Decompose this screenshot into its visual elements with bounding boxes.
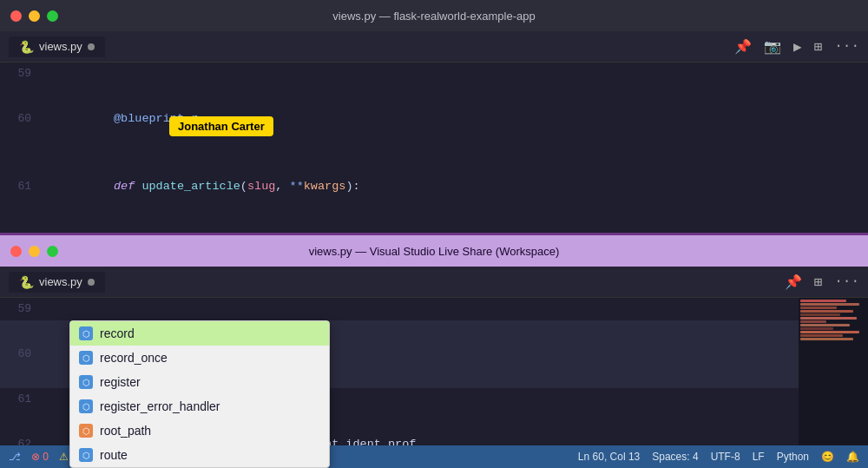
broadcast-icon[interactable]: 📷 bbox=[764, 38, 781, 56]
line-num-60: 60 bbox=[0, 108, 43, 130]
top-editor-window: views.py — flask-realworld-example-app 🐍… bbox=[0, 0, 868, 233]
bottom-tab-modified-dot bbox=[88, 279, 95, 286]
bottom-line-num-60: 60 bbox=[0, 343, 43, 366]
ac-item-record[interactable]: ⬡ record bbox=[70, 321, 329, 346]
bell-icon[interactable]: 🔔 bbox=[846, 451, 859, 463]
maximize-button-bottom[interactable] bbox=[47, 246, 58, 257]
error-count[interactable]: ⊗ 0 bbox=[31, 451, 49, 463]
minimap-line bbox=[800, 317, 857, 320]
top-tab-views-py[interactable]: 🐍 views.py bbox=[9, 36, 105, 57]
ac-icon-record-once: ⬡ bbox=[79, 351, 93, 365]
status-left: ⎇ ⊗ 0 ⚠ 1 bbox=[9, 451, 77, 463]
minimap-line bbox=[800, 331, 859, 333]
code-line-59: 59 bbox=[0, 63, 868, 85]
ac-item-register-error-handler[interactable]: ⬡ register_error_handler bbox=[70, 394, 329, 419]
code-line-60: 60 @blueprint.r bbox=[0, 85, 868, 153]
git-branch-icon: ⎇ bbox=[9, 451, 21, 463]
ac-label-root-path: root_path bbox=[100, 424, 151, 438]
split-icon-bottom[interactable]: ⊞ bbox=[814, 274, 823, 291]
minimap-line bbox=[800, 320, 826, 323]
cursor-position[interactable]: Ln 60, Col 13 bbox=[578, 451, 640, 463]
code-line-61: 61 def update_article(slug, **kwargs): bbox=[0, 153, 868, 221]
eol-type[interactable]: LF bbox=[753, 451, 765, 463]
line-content-61: def update_article(slug, **kwargs): bbox=[43, 153, 360, 221]
minimap-line bbox=[800, 307, 837, 309]
python-file-icon-bottom: 🐍 bbox=[19, 275, 34, 289]
ac-label-record-once: record_once bbox=[100, 351, 168, 365]
bottom-code-area: 59 60 @blueprint.r| 61 62 bbox=[0, 298, 868, 448]
autocomplete-dropdown: ⬡ record ⬡ record_once ⬡ register ⬡ regi… bbox=[69, 320, 330, 448]
ac-item-route[interactable]: ⬡ route bbox=[70, 443, 329, 448]
more-icon[interactable]: ··· bbox=[834, 38, 859, 56]
minimap-line bbox=[800, 300, 846, 302]
python-file-icon: 🐍 bbox=[19, 40, 34, 54]
bottom-line-num-59: 59 bbox=[0, 298, 43, 320]
minimap-content bbox=[799, 298, 868, 343]
ac-icon-root-path: ⬡ bbox=[79, 424, 93, 438]
language-mode[interactable]: Python bbox=[777, 451, 809, 463]
ac-label-record: record bbox=[100, 326, 135, 340]
user-tooltip: Jonathan Carter bbox=[169, 116, 273, 136]
top-tab-label: views.py bbox=[39, 40, 82, 53]
bottom-code-editor[interactable]: 59 60 @blueprint.r| 61 62 bbox=[0, 298, 799, 448]
bottom-tab-bar: 🐍 views.py 📌 ⊞ ··· bbox=[0, 267, 868, 298]
bottom-window-title: views.py — Visual Studio Live Share (Wor… bbox=[309, 245, 560, 258]
ac-item-root-path[interactable]: ⬡ root_path bbox=[70, 419, 329, 443]
line-num-61: 61 bbox=[0, 175, 43, 198]
ac-icon-register: ⬡ bbox=[79, 375, 93, 389]
bottom-title-bar: views.py — Visual Studio Live Share (Wor… bbox=[0, 235, 868, 267]
ac-item-register[interactable]: ⬡ register bbox=[70, 370, 329, 394]
top-tab-modified-dot bbox=[88, 43, 95, 50]
top-window-title: views.py — flask-realworld-example-app bbox=[332, 10, 535, 23]
top-toolbar-right: 📌 📷 ▶ ⊞ ··· bbox=[734, 38, 859, 56]
close-button-top[interactable] bbox=[10, 10, 22, 22]
minimap-line bbox=[800, 338, 853, 340]
status-right: Ln 60, Col 13 Spaces: 4 UTF-8 LF Python … bbox=[578, 451, 859, 463]
minimize-button-bottom[interactable] bbox=[29, 246, 40, 257]
bottom-toolbar-right: 📌 ⊞ ··· bbox=[785, 274, 859, 291]
minimap-line bbox=[800, 327, 833, 330]
minimap-line bbox=[800, 303, 859, 306]
play-icon[interactable]: ▶ bbox=[793, 38, 802, 56]
maximize-button-top[interactable] bbox=[47, 10, 58, 22]
minimap-line bbox=[800, 334, 843, 337]
pin-icon[interactable]: 📌 bbox=[734, 38, 752, 56]
bottom-editor-window: views.py — Visual Studio Live Share (Wor… bbox=[0, 233, 868, 468]
top-tab-bar: 🐍 views.py 📌 📷 ▶ ⊞ ··· bbox=[0, 31, 868, 63]
window-controls-top bbox=[10, 10, 58, 22]
minimap-line bbox=[800, 313, 840, 316]
encoding[interactable]: UTF-8 bbox=[711, 451, 740, 463]
indent-spaces[interactable]: Spaces: 4 bbox=[652, 451, 698, 463]
split-icon[interactable]: ⊞ bbox=[814, 38, 823, 56]
close-button-bottom[interactable] bbox=[10, 246, 22, 257]
ac-label-register-error-handler: register_error_handler bbox=[100, 399, 220, 413]
ac-icon-record: ⬡ bbox=[79, 326, 93, 340]
ac-item-record-once[interactable]: ⬡ record_once bbox=[70, 346, 329, 370]
top-title-bar: views.py — flask-realworld-example-app bbox=[0, 0, 868, 31]
bottom-line-num-61: 61 bbox=[0, 388, 43, 411]
minimap-line bbox=[800, 324, 850, 326]
ac-label-register: register bbox=[100, 375, 141, 389]
bottom-tab-views-py[interactable]: 🐍 views.py bbox=[9, 272, 105, 293]
bottom-tab-label: views.py bbox=[39, 275, 82, 288]
ac-icon-register-error-handler: ⬡ bbox=[79, 399, 93, 413]
window-controls-bottom bbox=[10, 246, 58, 257]
minimap bbox=[799, 298, 868, 448]
more-icon-bottom[interactable]: ··· bbox=[834, 274, 859, 291]
bottom-code-line-59: 59 bbox=[0, 298, 799, 320]
emoji-icon[interactable]: 😊 bbox=[821, 451, 834, 463]
pin-icon-bottom[interactable]: 📌 bbox=[785, 274, 802, 291]
line-num-59: 59 bbox=[0, 63, 43, 85]
tooltip-username: Jonathan Carter bbox=[178, 120, 265, 133]
minimize-button-top[interactable] bbox=[29, 10, 40, 22]
minimap-line bbox=[800, 310, 853, 313]
